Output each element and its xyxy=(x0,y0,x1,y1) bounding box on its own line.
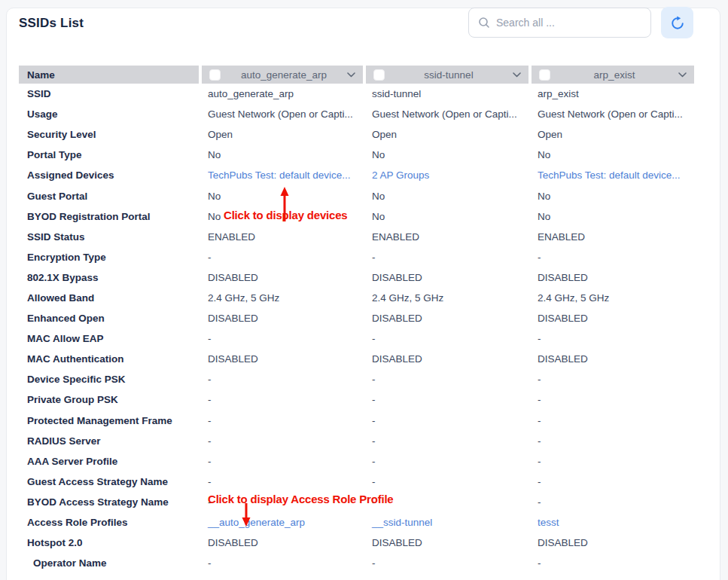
cell-link[interactable]: 2 AP Groups xyxy=(372,169,429,181)
cell-value: - xyxy=(202,374,363,385)
row-label: BYOD Registration Portal xyxy=(19,211,199,222)
cell-value: - xyxy=(366,333,528,344)
cell-value: - xyxy=(532,476,694,487)
chevron-down-icon[interactable] xyxy=(678,72,687,78)
table-row: Enhanced OpenDISABLEDDISABLEDDISABLED xyxy=(19,308,694,328)
cell-link[interactable]: __ssid-tunnel xyxy=(372,517,432,528)
cell-value: Guest Network (Open or Capti... xyxy=(366,108,528,120)
table-row: Allowed Band2.4 GHz, 5 GHz2.4 GHz, 5 GHz… xyxy=(19,288,694,308)
row-label: Protected Management Frame xyxy=(19,415,199,426)
cell-value: - xyxy=(366,557,528,569)
annotation-arrow-up-icon xyxy=(279,187,291,224)
cell-value: TechPubs Test: default device... xyxy=(202,169,363,181)
cell-value: - xyxy=(202,333,363,344)
cell-value: DISABLED xyxy=(532,272,694,283)
cell-value: - xyxy=(366,435,528,447)
cell-value: - xyxy=(202,415,363,426)
cell-value: DISABLED xyxy=(366,272,528,283)
row-label: Assigned Devices xyxy=(19,169,199,181)
cell-value: ENABLED xyxy=(532,231,694,243)
cell-value: DISABLED xyxy=(366,353,528,365)
cell-value: Open xyxy=(202,129,363,140)
table-row: Portal TypeNoNoNo xyxy=(19,145,694,165)
cell-value: Open xyxy=(532,129,694,140)
annotation-arrow-down-icon xyxy=(240,503,252,527)
table-row: RADIUS Server--- xyxy=(19,431,694,451)
cell-value: DISABLED xyxy=(202,272,363,283)
cell-value: - xyxy=(202,435,363,447)
search-input[interactable] xyxy=(496,17,641,29)
cell-value: - xyxy=(532,252,694,263)
cell-value: tesst xyxy=(532,517,694,528)
cell-value: DISABLED xyxy=(532,313,694,324)
table-row: Guest Access Strategy Name--- xyxy=(19,472,694,492)
cell-value: DISABLED xyxy=(366,537,528,548)
chevron-down-icon[interactable] xyxy=(513,72,521,78)
table-row: UsageGuest Network (Open or Capti...Gues… xyxy=(19,104,694,124)
cell-value: auto_generate_arp xyxy=(202,88,363,99)
cell-value: - xyxy=(202,456,363,467)
cell-link[interactable]: tesst xyxy=(538,517,559,528)
table-row: Hotspot 2.0DISABLEDDISABLEDDISABLED xyxy=(19,533,694,553)
cell-value: - xyxy=(202,252,363,263)
search-box[interactable] xyxy=(468,8,651,38)
row-label: MAC Allow EAP xyxy=(19,333,199,344)
cell-value: - xyxy=(202,476,363,487)
cell-value: No xyxy=(532,191,694,202)
table-row: MAC AuthenticationDISABLEDDISABLEDDISABL… xyxy=(19,349,694,369)
table-row: Assigned DevicesTechPubs Test: default d… xyxy=(19,165,694,185)
chevron-down-icon[interactable] xyxy=(347,72,355,78)
column-checkbox[interactable] xyxy=(209,69,221,81)
cell-link[interactable]: TechPubs Test: default device... xyxy=(208,169,351,181)
refresh-icon xyxy=(669,14,686,31)
cell-link[interactable]: TechPubs Test: default device... xyxy=(538,169,681,181)
cell-value: DISABLED xyxy=(532,353,694,365)
cell-value: - xyxy=(532,333,694,344)
column-header-ssid-tunnel[interactable]: ssid-tunnel xyxy=(366,66,528,84)
row-label: AAA Server Profile xyxy=(19,456,199,467)
cell-value: ENABLED xyxy=(202,231,363,243)
cell-value: arp_exist xyxy=(532,88,694,99)
cell-value: __auto_generate_arp xyxy=(202,517,363,528)
table-row: 802.1X BypassDISABLEDDISABLEDDISABLED xyxy=(19,267,694,288)
row-label: Access Role Profiles xyxy=(19,517,199,528)
cell-value: - xyxy=(366,394,528,405)
column-checkbox[interactable] xyxy=(539,69,550,81)
column-header-arp_exist[interactable]: arp_exist xyxy=(532,66,694,84)
cell-value: DISABLED xyxy=(366,313,528,324)
cell-value: No xyxy=(202,149,363,160)
cell-value: - xyxy=(366,374,528,385)
row-label: Device Specific PSK xyxy=(19,374,199,385)
cell-value: Guest Network (Open or Capti... xyxy=(202,108,363,120)
cell-value: 2.4 GHz, 5 GHz xyxy=(532,292,694,304)
cell-value: No xyxy=(532,149,694,160)
refresh-button[interactable] xyxy=(661,7,693,38)
row-label: BYOD Access Strategy Name xyxy=(19,496,199,508)
table-row: SSID StatusENABLEDENABLEDENABLED xyxy=(19,227,694,247)
table-row: Guest PortalNoNoNo xyxy=(19,185,694,206)
cell-value: DISABLED xyxy=(202,537,363,548)
cell-value: ENABLED xyxy=(366,231,528,243)
cell-value: TechPubs Test: default device... xyxy=(532,169,694,181)
cell-value: 2.4 GHz, 5 GHz xyxy=(202,292,363,304)
cell-value: - xyxy=(532,374,694,385)
column-checkbox[interactable] xyxy=(373,69,385,81)
cell-value: DISABLED xyxy=(202,353,363,365)
cell-value: ssid-tunnel xyxy=(366,88,528,99)
column-header-auto_generate_arp[interactable]: auto_generate_arp xyxy=(202,66,363,84)
cell-value: 2.4 GHz, 5 GHz xyxy=(366,292,528,304)
row-label: Security Level xyxy=(19,129,199,140)
table-row: AAA Server Profile--- xyxy=(19,451,694,472)
cell-link[interactable]: __auto_generate_arp xyxy=(208,517,305,528)
annotation-click-display-access-role: Click to display Access Role Profile xyxy=(208,493,394,505)
table-row: Operator Name--- xyxy=(19,553,694,573)
column-header-name: Name xyxy=(19,66,199,84)
row-label: RADIUS Server xyxy=(19,435,199,447)
cell-value: - xyxy=(532,496,694,508)
row-label: MAC Authentication xyxy=(19,353,199,365)
cell-value: Open xyxy=(366,129,528,140)
cell-value: No xyxy=(366,191,528,202)
column-header-label: ssid-tunnel xyxy=(385,69,513,81)
row-label: Usage xyxy=(19,108,199,120)
row-label: Encryption Type xyxy=(19,252,199,263)
